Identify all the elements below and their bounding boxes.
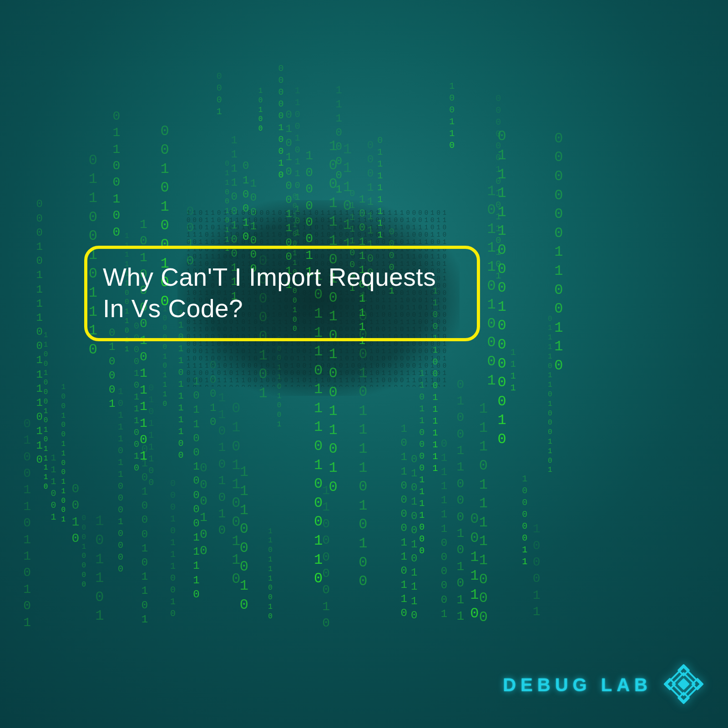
brand-mark-icon — [662, 662, 705, 708]
page-title: Why Can'T I Import Requests In Vs Code? — [103, 262, 461, 324]
svg-rect-2 — [679, 679, 688, 689]
matrix-column: 11100001 — [336, 83, 342, 197]
matrix-column: 111011 — [343, 140, 353, 254]
matrix-column: 100100110011001 — [61, 383, 66, 525]
matrix-column: 0101000101101 — [142, 442, 148, 627]
matrix-column: 1011001000011110 — [193, 374, 199, 602]
matrix-column: 011111111 — [377, 135, 383, 241]
brand-logo: DEBUG LAB — [503, 662, 705, 708]
matrix-column: 1101100001111000 — [419, 368, 425, 557]
matrix-column: 111001 — [51, 452, 56, 523]
matrix-column: 0101100110 — [232, 399, 240, 588]
matrix-column: 000101110010 — [170, 478, 176, 620]
matrix-column: 000100 — [200, 460, 208, 559]
title-box: Why Can'T I Import Requests In Vs Code? — [84, 246, 480, 341]
matrix-column: 0001 — [217, 71, 223, 118]
matrix-column: 0000010010 — [278, 63, 284, 181]
matrix-column: 010111100 — [148, 382, 155, 489]
matrix-column: 010011000101011 — [456, 377, 464, 625]
matrix-column: 0111111000001 — [441, 437, 447, 621]
matrix-column: 0010 — [71, 481, 79, 547]
matrix-column: 0000001010110101 — [495, 93, 501, 282]
matrix-column: 10100 — [258, 86, 263, 134]
brand-text: DEBUG LAB — [503, 675, 652, 695]
matrix-column: 00010000 — [81, 514, 86, 589]
matrix-column: 10110000110110 — [400, 422, 407, 621]
matrix-column: 001110 — [470, 510, 479, 623]
matrix-column: 101101 — [95, 512, 104, 626]
matrix-column: 1100101101101 — [295, 85, 300, 239]
matrix-column: 00010 — [210, 358, 215, 429]
matrix-column: 0000101110010 — [134, 320, 139, 474]
matrix-column: 100110 — [449, 81, 455, 152]
matrix-column: 0001011110011110110 — [36, 197, 42, 467]
matrix-column: 10111010001 — [487, 182, 495, 390]
matrix-column: 01111100010000010 — [498, 127, 506, 449]
matrix-column: 0001101001 — [277, 335, 280, 430]
matrix-column: 1101110010 — [268, 527, 271, 622]
matrix-column: 1111 — [511, 347, 516, 394]
matrix-rain: 0001000010100100111011111011101100010000… — [0, 0, 728, 728]
matrix-column: 010010 — [243, 159, 249, 244]
matrix-column: 111011111000 — [479, 399, 488, 627]
matrix-column: 1011101100010000 — [118, 386, 124, 575]
matrix-column: 0110010111 — [225, 159, 229, 254]
matrix-column: 01111011010001101 — [548, 314, 551, 475]
matrix-column: 0100110110101 — [23, 416, 31, 631]
matrix-column: 110101010 — [218, 390, 224, 539]
matrix-column: 01100100 — [112, 108, 120, 241]
matrix-column: 0000001100110 — [554, 129, 564, 375]
matrix-column: 110000010 — [322, 483, 329, 632]
matrix-column: 11100010 — [240, 463, 248, 614]
matrix-column: 10000011 — [522, 473, 526, 568]
matrix-column: 100011 — [533, 521, 539, 620]
matrix-column: 010100101110 — [411, 452, 417, 622]
matrix-column: 11001000101011110 — [44, 331, 48, 492]
